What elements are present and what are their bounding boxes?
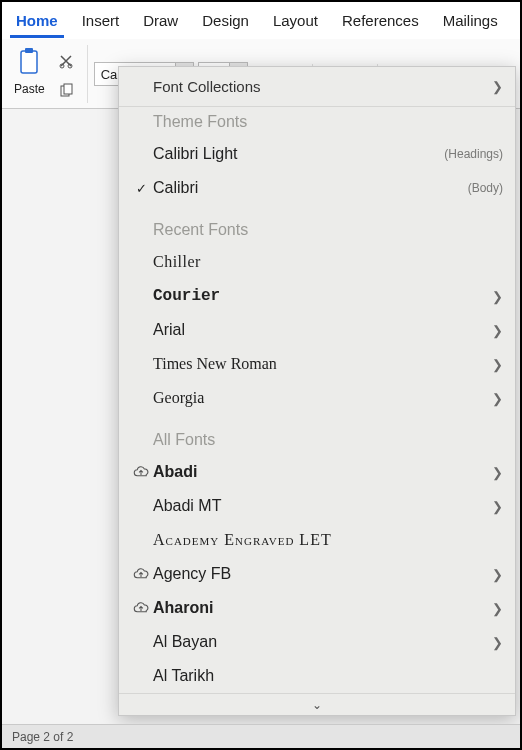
cloud-download-icon xyxy=(129,465,153,479)
status-bar: Page 2 of 2 xyxy=(2,724,520,748)
font-item[interactable]: Al Tarikh xyxy=(119,659,515,693)
chevron-right-icon: ❯ xyxy=(485,289,503,304)
font-item-label: Agency FB xyxy=(153,565,485,583)
font-item-label: Al Bayan xyxy=(153,633,485,651)
chevron-right-icon: ❯ xyxy=(485,465,503,480)
font-dropdown-panel: Font Collections ❯ Theme FontsCalibri Li… xyxy=(118,66,516,716)
checkmark-icon: ✓ xyxy=(129,181,153,196)
tab-insert[interactable]: Insert xyxy=(76,8,126,38)
font-item[interactable]: Al Bayan❯ xyxy=(119,625,515,659)
font-item-annotation: (Body) xyxy=(468,181,503,195)
font-item[interactable]: Courier❯ xyxy=(119,279,515,313)
page-indicator: Page 2 of 2 xyxy=(12,730,73,744)
font-item[interactable]: Abadi❯ xyxy=(119,455,515,489)
tab-layout[interactable]: Layout xyxy=(267,8,324,38)
font-item[interactable]: Academy Engraved LET xyxy=(119,523,515,557)
copy-icon[interactable] xyxy=(53,79,79,103)
font-item-label: Abadi MT xyxy=(153,497,485,515)
font-item[interactable]: Times New Roman❯ xyxy=(119,347,515,381)
section-heading-recent: Recent Fonts xyxy=(119,215,515,245)
tab-references[interactable]: References xyxy=(336,8,425,38)
section-heading-all: All Fonts xyxy=(119,425,515,455)
font-collections-row[interactable]: Font Collections ❯ xyxy=(119,67,515,107)
font-item-label: Calibri Light xyxy=(153,145,444,163)
chevron-right-icon: ❯ xyxy=(485,391,503,406)
font-item[interactable]: Georgia❯ xyxy=(119,381,515,415)
font-item-label: Courier xyxy=(153,287,485,305)
cut-icon[interactable] xyxy=(53,49,79,73)
clipboard-icon xyxy=(17,47,41,80)
font-item-label: Abadi xyxy=(153,463,485,481)
svg-rect-5 xyxy=(64,84,72,94)
font-item-label: Academy Engraved LET xyxy=(153,531,503,549)
tab-draw[interactable]: Draw xyxy=(137,8,184,38)
font-item[interactable]: Aharoni❯ xyxy=(119,591,515,625)
ribbon-tabs: HomeInsertDrawDesignLayoutReferencesMail… xyxy=(2,2,520,39)
font-item[interactable]: Agency FB❯ xyxy=(119,557,515,591)
font-item[interactable]: Calibri Light(Headings) xyxy=(119,137,515,171)
chevron-right-icon: ❯ xyxy=(485,357,503,372)
font-item-label: Times New Roman xyxy=(153,355,485,373)
font-item-label: Chiller xyxy=(153,253,503,271)
clipboard-group: Paste xyxy=(10,45,88,103)
chevron-right-icon: ❯ xyxy=(485,79,503,94)
font-item[interactable]: Arial❯ xyxy=(119,313,515,347)
chevron-right-icon: ❯ xyxy=(485,567,503,582)
font-item-label: Arial xyxy=(153,321,485,339)
paste-button[interactable]: Paste xyxy=(10,45,49,98)
svg-rect-0 xyxy=(21,51,37,73)
font-item[interactable]: Chiller xyxy=(119,245,515,279)
font-item-label: Georgia xyxy=(153,389,485,407)
font-item[interactable]: ✓Calibri(Body) xyxy=(119,171,515,205)
paste-label: Paste xyxy=(14,82,45,96)
cloud-download-icon xyxy=(129,567,153,581)
tab-design[interactable]: Design xyxy=(196,8,255,38)
section-heading-theme: Theme Fonts xyxy=(119,107,515,137)
chevron-right-icon: ❯ xyxy=(485,601,503,616)
tab-home[interactable]: Home xyxy=(10,8,64,38)
scroll-down-hint[interactable]: ⌄ xyxy=(119,693,515,715)
tab-mailings[interactable]: Mailings xyxy=(437,8,504,38)
chevron-right-icon: ❯ xyxy=(485,323,503,338)
cloud-download-icon xyxy=(129,601,153,615)
svg-rect-1 xyxy=(25,48,33,53)
chevron-right-icon: ❯ xyxy=(485,635,503,650)
font-item-annotation: (Headings) xyxy=(444,147,503,161)
font-item[interactable]: Abadi MT❯ xyxy=(119,489,515,523)
font-collections-label: Font Collections xyxy=(153,78,485,95)
font-item-label: Aharoni xyxy=(153,599,485,617)
font-item-label: Calibri xyxy=(153,179,468,197)
font-item-label: Al Tarikh xyxy=(153,667,503,685)
chevron-right-icon: ❯ xyxy=(485,499,503,514)
